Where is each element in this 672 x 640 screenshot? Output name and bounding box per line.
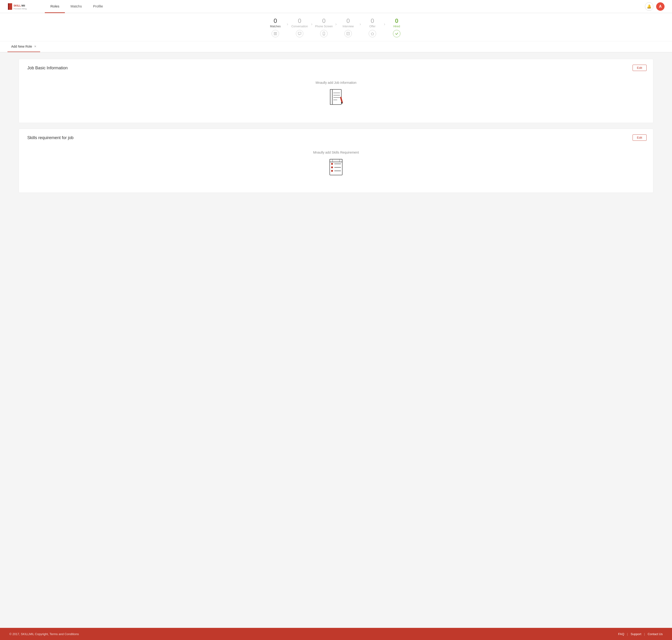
interview-label: Interview [342,25,354,28]
checklist-icon [328,158,344,177]
main-content: Job Basic Information Edit Mnaully add J… [0,52,672,628]
conversation-icon [296,30,303,37]
svg-marker-3 [8,3,9,7]
avatar-button[interactable]: A [656,2,664,11]
tabs-bar: Add New Role ✕ [0,41,672,52]
footer-support-link[interactable]: Support [631,632,641,636]
offer-label: Offer [369,25,376,28]
pipeline-step-matches: 0 Matches [265,18,286,37]
pipeline: 0 Matches › 0 Conversation › 0 Phone Scr… [0,13,672,41]
svg-rect-7 [274,32,277,33]
navbar: SKILL Precision Hiring Mil Roles Matchs … [0,0,672,13]
svg-text:Mil: Mil [21,4,25,7]
hired-count: 0 [395,18,398,24]
nav-links: Roles Matchs Profile [45,0,645,13]
footer-sep-2: | [644,632,645,636]
footer-contact-link[interactable]: Contact Us [648,632,663,636]
pipeline-step-conversation: 0 Conversation [289,18,310,37]
pipeline-step-phonescreen: 0 Phone Screen [313,18,334,37]
pipeline-step-hired: 0 Hired [386,18,407,37]
skills-req-card: Skills requirement for job Edit Mnaully … [19,129,653,193]
svg-rect-9 [274,34,277,35]
svg-rect-8 [274,33,277,34]
footer-sep-1: | [627,632,628,636]
arrow-3: › [335,22,337,34]
notebook-icon [328,88,344,107]
skills-req-hint: Mnaully add Skills Requirement [313,150,359,154]
nav-profile[interactable]: Profile [88,0,109,13]
pipeline-step-offer: 0 Offer [362,18,383,37]
phonescreen-icon [320,30,327,37]
footer-links: FAQ | Support | Contact Us [618,632,663,636]
svg-rect-11 [323,34,324,35]
job-basic-card: Job Basic Information Edit Mnaully add J… [19,59,653,123]
conversation-label: Conversation [291,25,308,28]
svg-point-27 [331,170,333,172]
footer-copyright: © 2017, SKILLMIL Copyright, Terms and Co… [9,632,79,636]
nav-roles[interactable]: Roles [45,0,65,13]
job-basic-hint: Mnaully add Job information [316,81,356,85]
logo[interactable]: SKILL Precision Hiring Mil [8,2,35,11]
svg-point-26 [331,166,333,168]
footer: © 2017, SKILLMIL Copyright, Terms and Co… [0,628,672,640]
job-basic-edit-button[interactable]: Edit [632,65,646,71]
phonescreen-label: Phone Screen [315,25,333,28]
offer-icon [369,30,376,37]
skills-req-title: Skills requirement for job [27,135,645,140]
nav-matchs[interactable]: Matchs [65,0,87,13]
arrow-2: › [311,22,312,34]
conversation-count: 0 [298,18,301,24]
interview-count: 0 [347,18,350,24]
offer-count: 0 [371,18,374,24]
svg-text:SKILL: SKILL [14,4,21,7]
hired-icon [393,30,400,37]
svg-point-25 [331,163,333,165]
skills-req-body: Mnaully add Skills Requirement [27,146,645,186]
svg-text:Precision Hiring: Precision Hiring [14,8,27,10]
arrow-1: › [287,22,288,34]
job-basic-body: Mnaully add Job information [27,76,645,116]
arrow-5: › [384,22,385,34]
tab-add-new-role[interactable]: Add New Role ✕ [8,41,40,52]
svg-rect-31 [330,159,342,162]
svg-rect-17 [330,89,333,105]
hired-label: Hired [393,25,400,28]
tab-label: Add New Role [11,45,32,48]
matches-icon [272,30,279,37]
notification-button[interactable]: 🔔 [645,2,653,11]
job-basic-title: Job Basic Information [27,66,645,71]
matches-label: Matches [270,25,280,28]
skills-req-edit-button[interactable]: Edit [632,134,646,141]
arrow-4: › [360,22,361,34]
pipeline-step-interview: 0 Interview [338,18,359,37]
matches-count: 0 [274,18,277,24]
phonescreen-count: 0 [322,18,325,24]
nav-icons: 🔔 A [645,2,664,11]
tab-close-icon[interactable]: ✕ [34,45,36,48]
avatar-letter: A [659,4,662,9]
interview-icon [345,30,352,37]
footer-faq-link[interactable]: FAQ [618,632,624,636]
bell-icon: 🔔 [647,4,652,9]
